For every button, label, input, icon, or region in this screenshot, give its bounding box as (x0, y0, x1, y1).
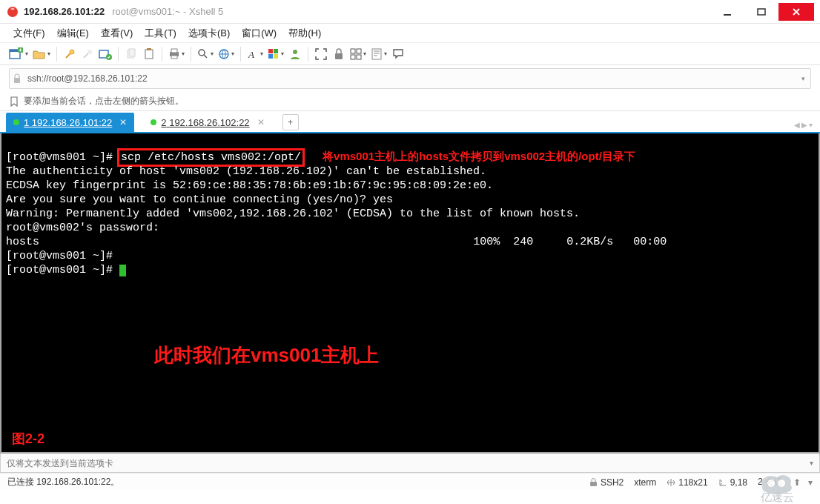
chat-icon[interactable] (390, 46, 406, 62)
tab-prev-icon[interactable]: ◀ (794, 121, 800, 129)
svg-point-7 (87, 50, 92, 54)
new-session-icon[interactable]: ▾ (7, 46, 30, 62)
caret-pos-icon (718, 478, 727, 487)
tab-session-1[interactable]: 1 192.168.26.101:22 ✕ (6, 113, 134, 132)
tile-icon[interactable]: ▾ (348, 46, 368, 62)
cursor-icon (119, 265, 126, 276)
terminal-line: [root@vms001 ~]# scp /etc/hosts vms002:/… (6, 151, 635, 164)
annotation-big: 此时我们在vms001主机上 (154, 348, 379, 362)
connect-icon[interactable] (62, 46, 78, 62)
terminal-line: [root@vms001 ~]# (6, 264, 126, 276)
send-dropdown-icon[interactable]: ▾ (804, 459, 818, 467)
address-text: ssh://root@192.168.26.101:22 (24, 73, 796, 84)
svg-text:亿速云: 亿速云 (760, 491, 794, 503)
open-session-icon[interactable]: ▾ (31, 46, 52, 62)
svg-point-17 (199, 50, 205, 56)
tab-next-icon[interactable]: ▶ (801, 121, 807, 129)
terminal-line: root@vms002's password: (6, 222, 159, 234)
globe-icon[interactable]: ▾ (216, 46, 236, 62)
lock-small-icon (10, 73, 24, 84)
status-dot-icon (151, 119, 156, 125)
maximize-button[interactable] (744, 3, 778, 21)
svg-point-24 (293, 50, 297, 54)
menu-file[interactable]: 文件(F) (9, 24, 50, 42)
svg-rect-16 (171, 56, 177, 59)
copy-icon[interactable] (123, 46, 139, 62)
svg-rect-22 (268, 54, 273, 59)
status-dot-icon (13, 119, 19, 125)
menu-bar: 文件(F) 编辑(E) 查看(V) 工具(T) 选项卡(B) 窗口(W) 帮助(… (0, 24, 820, 43)
status-size: 118x21 (667, 477, 707, 488)
tab-close-icon[interactable]: ✕ (119, 117, 127, 127)
svg-point-6 (70, 50, 74, 54)
terminal-line: Warning: Permanently added 'vms002,192.1… (6, 208, 580, 220)
find-icon[interactable]: ▾ (196, 46, 215, 62)
cascade-plus-icon[interactable]: ▾ (808, 477, 813, 488)
tab-list-icon[interactable]: ▾ (809, 121, 813, 129)
disconnect-icon[interactable] (79, 46, 96, 62)
title-ip: 192.168.26.101:22 (24, 6, 105, 17)
fullscreen-icon[interactable] (313, 46, 329, 62)
terminal-line: ECDSA key fingerprint is 52:69:ce:88:35:… (6, 179, 493, 192)
send-input[interactable] (2, 458, 804, 468)
font-icon[interactable]: A▾ (245, 46, 265, 62)
hint-text: 要添加当前会话，点击左侧的箭头按钮。 (24, 95, 184, 107)
status-term: xterm (634, 477, 656, 488)
resize-icon (667, 478, 675, 487)
cascade-up-icon[interactable]: ⬆ (793, 477, 801, 488)
send-bar: ▾ (0, 454, 820, 473)
lock-icon[interactable] (331, 46, 347, 62)
address-dropdown-icon[interactable]: ▾ (796, 75, 810, 82)
svg-rect-26 (351, 49, 355, 53)
highlighted-command: scp /etc/hosts vms002:/opt/ (119, 150, 302, 165)
status-bar: 已连接 192.168.26.101:22。 SSH2 xterm 118x21… (0, 473, 820, 491)
status-nav: ⬆ ▾ (793, 477, 813, 488)
svg-rect-12 (145, 50, 153, 59)
svg-rect-25 (335, 53, 343, 59)
menu-edit[interactable]: 编辑(E) (53, 24, 93, 42)
terminal-line: Are you sure you want to continue connec… (6, 193, 393, 206)
svg-rect-28 (351, 55, 355, 59)
status-protocol: SSH2 (589, 477, 624, 488)
close-button[interactable] (778, 3, 814, 21)
svg-rect-2 (758, 9, 765, 15)
svg-rect-11 (129, 49, 135, 56)
svg-rect-15 (171, 49, 177, 53)
status-cursor: 9,18 (718, 477, 747, 488)
svg-rect-29 (357, 55, 361, 59)
toolbar: ▾ ▾ ▾ ▾ ▾ A▾ ▾ ▾ ▾ (0, 43, 820, 65)
tab-nav: ◀ ▶ ▾ (794, 121, 813, 129)
terminal-line: [root@vms001 ~]# (6, 250, 113, 262)
figure-label: 图2-2 (12, 432, 44, 446)
svg-rect-27 (357, 49, 361, 53)
svg-rect-32 (590, 482, 597, 486)
tab-session-2[interactable]: 2 192.168.26.102:22 ✕ (143, 113, 271, 132)
address-bar[interactable]: ssh://root@192.168.26.101:22 ▾ (9, 68, 811, 89)
menu-window[interactable]: 窗口(W) (237, 24, 281, 42)
svg-rect-21 (274, 49, 278, 53)
tab-add-button[interactable]: + (282, 114, 299, 130)
app-logo-icon (6, 5, 19, 19)
paste-icon[interactable] (141, 46, 157, 62)
tab-close-icon[interactable]: ✕ (257, 117, 265, 127)
reconnect-icon[interactable] (97, 46, 113, 62)
title-subtitle: root@vms001:~ - Xshell 5 (112, 6, 223, 17)
svg-rect-1 (724, 14, 731, 16)
print-icon[interactable]: ▾ (167, 46, 186, 62)
window-controls (710, 3, 814, 21)
user-profile-icon[interactable] (287, 46, 303, 62)
menu-tabs[interactable]: 选项卡(B) (184, 24, 234, 42)
terminal[interactable]: [root@vms001 ~]# scp /etc/hosts vms002:/… (0, 133, 820, 454)
tab-bar: 1 192.168.26.101:22 ✕ 2 192.168.26.102:2… (0, 111, 820, 133)
color-icon[interactable]: ▾ (266, 46, 285, 62)
svg-rect-31 (14, 78, 20, 83)
script-icon[interactable]: ▾ (369, 46, 388, 62)
menu-help[interactable]: 帮助(H) (284, 24, 325, 42)
menu-tools[interactable]: 工具(T) (140, 24, 181, 42)
bookmark-icon[interactable] (9, 96, 19, 107)
status-connection: 已连接 192.168.26.101:22。 (7, 476, 119, 488)
minimize-button[interactable] (710, 3, 744, 21)
svg-rect-30 (372, 49, 381, 59)
menu-view[interactable]: 查看(V) (96, 24, 137, 42)
hint-bar: 要添加当前会话，点击左侧的箭头按钮。 (0, 92, 820, 111)
